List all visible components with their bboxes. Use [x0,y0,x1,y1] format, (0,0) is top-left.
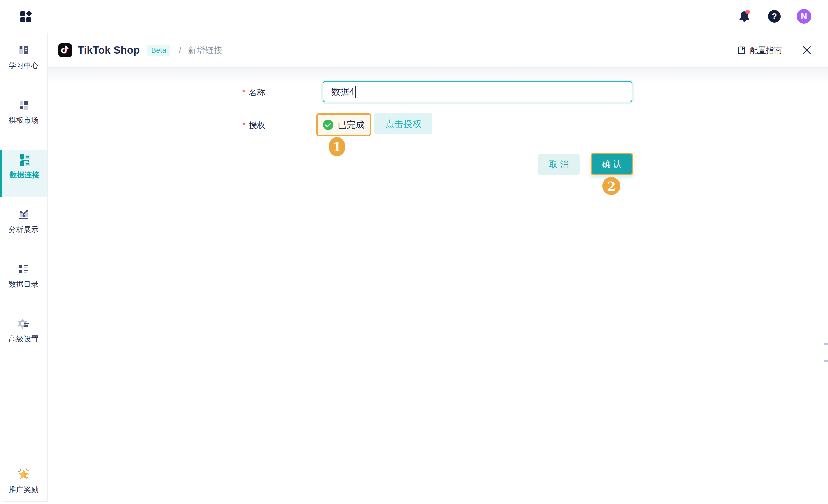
sidebar-item-label: 模板市场 [9,115,39,125]
sidebar-item-promotion-reward[interactable]: 推广奖励 [0,468,47,495]
top-bar: ? N [0,0,828,33]
template-market-icon [17,98,30,112]
required-mark: * [242,88,246,97]
breadcrumb-current: 新增链接 [188,45,223,56]
close-icon [802,45,812,55]
topbar-divider [40,12,40,21]
confirm-button[interactable]: 确 认 [591,153,633,175]
name-input[interactable]: 数据4 [323,81,632,102]
auth-status-text: 已完成 [338,119,365,131]
authorize-button[interactable]: 点击授权 [374,113,432,134]
help-icon[interactable]: ? [768,10,781,23]
text-caret [355,86,356,98]
close-panel-button[interactable] [801,45,812,56]
required-mark: * [242,120,246,130]
sidebar-item-analysis-display[interactable]: 分析展示 [0,208,47,235]
panel-header-left: TikTok Shop Beta / 新增链接 [48,33,828,67]
success-check-icon [323,119,334,130]
sidebar-item-label: 数据连接 [10,170,40,180]
annotation-step-2: 2 [602,177,620,195]
annotation-step-1: 1 [329,137,345,156]
config-guide-link[interactable]: 配置指南 [737,45,782,56]
analysis-display-icon [17,208,30,221]
scrollbar-tick[interactable] [824,343,828,345]
sidebar-item-data-catalog[interactable]: 数据目录 [0,262,47,289]
cancel-button[interactable]: 取 消 [538,154,580,175]
auth-field-label: *授权 [242,120,265,131]
name-field-label: *名称 [242,87,265,98]
data-connection-icon [18,153,31,166]
guide-book-icon [737,46,746,55]
app-root: ? N 学习中心 模板市场 [0,0,828,504]
data-catalog-icon [17,262,30,276]
sidebar-item-label: 分析展示 [9,225,39,235]
scrollbar-tick[interactable] [824,360,828,362]
sidebar-item-label: 推广奖励 [9,485,39,495]
promotion-reward-icon [17,468,30,481]
sidebar-item-learning-center[interactable]: 学习中心 [0,44,47,71]
main-panel: TikTok Shop Beta / 新增链接 配置指南 [48,33,828,504]
sidebar-item-data-connection[interactable]: 数据连接 [0,150,47,197]
panel-content: *名称 数据4 *授权 已完成 点击授权 1 取 消 确 认 [48,68,828,504]
config-guide-label: 配置指南 [750,45,782,56]
sidebar-item-template-market[interactable]: 模板市场 [0,98,47,125]
learning-center-icon [17,44,30,57]
breadcrumb-separator: / [179,45,181,55]
name-input-value: 数据4 [331,86,354,98]
beta-badge: Beta [147,45,170,56]
app-logo-icon[interactable] [19,10,33,23]
page-title: TikTok Shop [78,44,140,56]
sidebar: 学习中心 模板市场 数据连接 [0,33,48,502]
tiktok-logo-icon [58,43,72,57]
panel-header-right: 配置指南 [737,33,812,67]
notification-bell-icon[interactable] [738,9,751,23]
advanced-settings-icon [17,317,30,330]
sidebar-item-label: 数据目录 [9,279,39,289]
sidebar-item-label: 高级设置 [9,334,39,344]
sidebar-item-label: 学习中心 [9,61,39,71]
panel-header: TikTok Shop Beta / 新增链接 配置指南 [48,33,828,68]
user-avatar[interactable]: N [797,9,811,24]
auth-status-badge: 已完成 [316,113,371,136]
sidebar-item-advanced-settings[interactable]: 高级设置 [0,317,47,344]
